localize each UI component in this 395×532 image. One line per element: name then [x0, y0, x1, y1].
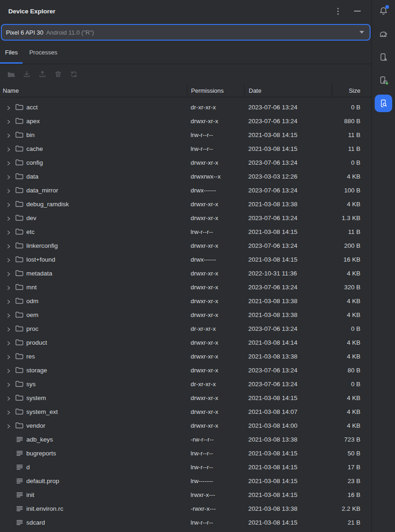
file-name: product [26, 339, 47, 346]
hide-panel-button[interactable] [352, 6, 362, 16]
table-row[interactable]: d lrw-r--r-- 2021-03-08 14:15 17 B [0, 460, 371, 474]
table-row[interactable]: etc lrw-r--r-- 2021-03-08 14:15 11 B [0, 225, 371, 239]
table-row[interactable]: init lrwxr-x--- 2021-03-08 14:15 16 B [0, 488, 371, 502]
chevron-right-icon[interactable] [6, 243, 11, 248]
chevron-right-icon[interactable] [6, 395, 11, 400]
table-row[interactable]: oem drwxr-xr-x 2021-03-08 13:38 4 KB [0, 308, 371, 322]
table-row[interactable]: init.environ.rc -rwxr-x--- 2021-03-08 13… [0, 502, 371, 515]
chevron-right-icon[interactable] [6, 423, 11, 428]
table-row[interactable]: cache lrw-r--r-- 2021-03-08 14:15 11 B [0, 142, 371, 155]
device-manager-button[interactable] [375, 48, 392, 66]
row-permissions-cell: drwx------ [187, 187, 244, 194]
row-date-cell: 2021-03-08 14:15 [244, 478, 332, 484]
table-row[interactable]: mnt drwxr-xr-x 2023-07-06 13:24 320 B [0, 280, 371, 294]
file-type-icon [15, 518, 24, 526]
row-size-cell: 80 B [332, 367, 371, 374]
row-size-cell: 320 B [332, 284, 371, 291]
row-name-cell: etc [0, 227, 187, 236]
device-online-dot [385, 82, 389, 85]
table-row[interactable]: res drwxr-xr-x 2021-03-08 13:38 4 KB [0, 349, 371, 363]
column-header-name[interactable]: Name [0, 87, 187, 94]
table-row[interactable]: storage drwxr-xr-x 2023-07-06 13:24 80 B [0, 363, 371, 377]
chevron-right-icon[interactable] [6, 160, 11, 165]
row-size-cell: 4 KB [332, 395, 371, 401]
table-row[interactable]: proc dr-xr-xr-x 2023-07-06 13:24 0 B [0, 322, 371, 335]
row-date-cell: 2023-07-06 13:24 [244, 284, 332, 291]
synchronize-button[interactable] [69, 70, 78, 79]
chevron-right-icon[interactable] [6, 215, 11, 220]
table-row[interactable]: sys dr-xr-xr-x 2023-07-06 13:24 0 B [0, 377, 371, 391]
chevron-right-icon[interactable] [6, 340, 11, 345]
row-size-cell: 16 B [332, 491, 371, 498]
tab-files-label: Files [5, 49, 18, 56]
row-size-cell: 11 B [332, 228, 371, 235]
chevron-right-icon[interactable] [6, 132, 11, 137]
options-menu-button[interactable] [333, 6, 343, 16]
row-date-cell: 2023-07-06 13:24 [244, 104, 332, 111]
download-file-button[interactable] [22, 70, 31, 79]
table-row[interactable]: adb_keys -rw-r--r-- 2021-03-08 13:38 723… [0, 432, 371, 446]
row-permissions-cell: lrw------- [187, 478, 244, 484]
chevron-right-icon[interactable] [6, 312, 11, 317]
chevron-right-icon[interactable] [6, 382, 11, 386]
chevron-right-icon[interactable] [6, 257, 11, 262]
row-name-cell: system_ext [0, 407, 187, 416]
table-row[interactable]: sdcard lrw-r--r-- 2021-03-08 14:15 21 B [0, 515, 371, 529]
delete-button[interactable] [54, 70, 63, 79]
column-header-size[interactable]: Size [332, 84, 371, 97]
table-row[interactable]: apex drwxr-xr-x 2023-07-06 13:24 880 B [0, 114, 371, 128]
chevron-right-icon[interactable] [6, 174, 11, 179]
table-row[interactable]: data drwxrwx--x 2023-03-03 12:26 4 KB [0, 169, 371, 183]
device-selector-dropdown[interactable]: Pixel 6 API 30 Android 11.0 ("R") [1, 24, 371, 41]
chevron-right-icon[interactable] [6, 105, 11, 109]
table-row[interactable]: system_ext drwxr-xr-x 2021-03-08 14:07 4… [0, 405, 371, 418]
table-row[interactable]: dev drwxr-xr-x 2023-07-06 13:24 1.3 KB [0, 211, 371, 225]
upload-file-button[interactable] [38, 70, 47, 79]
device-explorer-button[interactable] [375, 95, 392, 112]
new-folder-button[interactable] [6, 70, 16, 79]
table-row[interactable]: odm drwxr-xr-x 2021-03-08 13:38 4 KB [0, 294, 371, 308]
chevron-right-icon[interactable] [6, 202, 11, 206]
chevron-right-icon[interactable] [6, 285, 11, 289]
row-date-cell: 2021-03-08 14:15 [244, 464, 332, 471]
chevron-right-icon[interactable] [6, 299, 11, 303]
notifications-button[interactable] [375, 2, 392, 20]
table-row[interactable]: data_mirror drwx------ 2023-07-06 13:24 … [0, 183, 371, 197]
row-name-cell: bugreports [0, 449, 187, 457]
chevron-right-icon[interactable] [6, 271, 11, 275]
table-row[interactable]: lost+found drwx------ 2021-03-08 14:15 1… [0, 252, 371, 266]
table-row[interactable]: product drwxr-xr-x 2021-03-08 14:14 4 KB [0, 335, 371, 349]
row-date-cell: 2023-07-06 13:24 [244, 215, 332, 221]
chevron-right-icon[interactable] [6, 409, 11, 414]
table-row[interactable]: metadata drwxr-xr-x 2022-10-31 11:36 4 K… [0, 266, 371, 280]
chevron-right-icon[interactable] [6, 229, 11, 234]
upload-icon [38, 70, 47, 79]
table-row[interactable]: default.prop lrw------- 2021-03-08 14:15… [0, 474, 371, 488]
table-row[interactable]: bugreports lrw-r--r-- 2021-03-08 14:15 5… [0, 446, 371, 460]
table-row[interactable]: bin lrw-r--r-- 2021-03-08 14:15 11 B [0, 128, 371, 142]
table-row[interactable]: acct dr-xr-xr-x 2023-07-06 13:24 0 B [0, 100, 371, 114]
row-size-cell: 0 B [332, 159, 371, 166]
chevron-right-icon[interactable] [6, 354, 11, 359]
chevron-right-icon[interactable] [6, 188, 11, 192]
column-header-permissions[interactable]: Permissions [187, 84, 244, 97]
table-row[interactable]: system drwxr-xr-x 2021-03-08 14:15 4 KB [0, 391, 371, 405]
running-devices-button[interactable] [375, 72, 392, 89]
chevron-right-icon[interactable] [6, 119, 11, 123]
row-date-cell: 2023-07-06 13:24 [244, 242, 332, 249]
chevron-right-icon[interactable] [6, 326, 11, 331]
chevron-right-icon[interactable] [6, 146, 11, 151]
file-name: storage [26, 367, 47, 374]
file-type-icon [15, 186, 24, 194]
tab-processes[interactable]: Processes [24, 41, 62, 64]
table-row[interactable]: linkerconfig drwxr-xr-x 2023-07-06 13:24… [0, 239, 371, 252]
table-row[interactable]: config drwxr-xr-x 2023-07-06 13:24 0 B [0, 155, 371, 169]
column-header-date[interactable]: Date [244, 84, 332, 97]
file-name: res [26, 353, 35, 360]
file-name: data_mirror [26, 187, 58, 194]
gradle-button[interactable] [375, 25, 392, 43]
table-row[interactable]: vendor drwxr-xr-x 2021-03-08 14:00 4 KB [0, 418, 371, 432]
chevron-right-icon[interactable] [6, 368, 11, 372]
table-row[interactable]: debug_ramdisk drwxr-xr-x 2021-03-08 13:3… [0, 197, 371, 211]
tab-files[interactable]: Files [0, 41, 23, 64]
